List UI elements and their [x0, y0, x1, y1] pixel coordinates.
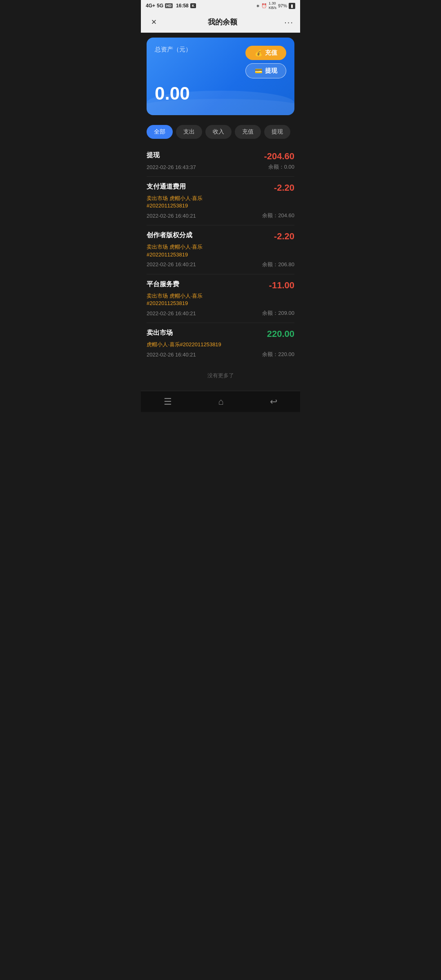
tx-date: 2022-02-26 16:43:37 — [147, 164, 196, 170]
tx-date: 2022-02-26 16:40:21 — [147, 352, 196, 358]
tx-title: 卖出市场 — [147, 329, 173, 337]
balance-card: 总资产（元） 💰 充值 💳 提现 0.00 — [147, 38, 294, 115]
tx-footer: 2022-02-26 16:43:37 余额：0.00 — [147, 163, 294, 171]
alarm-icon: ⏰ — [261, 3, 267, 9]
status-left: 4G+ 5G HD 16:58 K — [146, 3, 196, 9]
tx-title: 提现 — [147, 151, 160, 160]
recharge-button[interactable]: 💰 充值 — [245, 46, 286, 60]
tx-amount: -204.60 — [264, 151, 294, 162]
tx-subtitle: 虎帽小人·喜乐#2022011253819 — [147, 341, 294, 348]
withdraw-button[interactable]: 💳 提现 — [245, 63, 286, 78]
card-action-buttons: 💰 充值 💳 提现 — [245, 46, 286, 78]
back-icon: ↩ — [270, 396, 277, 407]
bottom-navigation: ☰ ⌂ ↩ — [141, 391, 300, 412]
battery-icon: ▮ — [289, 3, 295, 9]
hd-indicator: HD — [165, 3, 173, 8]
tx-header: 创作者版权分成 -2.20 — [147, 231, 294, 242]
table-row: 平台服务费 -11.00 卖出市场 虎帽小人·喜乐#2022011253819 … — [147, 274, 294, 323]
tx-header: 平台服务费 -11.00 — [147, 280, 294, 291]
balance-amount: 0.00 — [155, 83, 286, 104]
more-options-button[interactable]: ··· — [284, 18, 294, 27]
bluetooth-icon: ∗ — [256, 3, 260, 9]
tx-amount: -2.20 — [274, 231, 294, 242]
withdraw-label: 提现 — [265, 67, 277, 75]
tx-subtitle: 卖出市场 虎帽小人·喜乐#2022011253819 — [147, 243, 294, 258]
recharge-label: 充值 — [265, 49, 277, 57]
filter-tabs: 全部 支出 收入 充值 提现 — [141, 120, 300, 142]
bottom-nav-back[interactable]: ↩ — [262, 393, 285, 410]
filter-tab-recharge[interactable]: 充值 — [235, 125, 261, 139]
bottom-nav-home[interactable]: ⌂ — [210, 393, 232, 410]
tx-balance: 余额：204.60 — [262, 212, 294, 219]
menu-icon: ☰ — [164, 396, 172, 407]
tx-subtitle: 卖出市场 虎帽小人·喜乐#2022011253819 — [147, 292, 294, 307]
filter-tab-all[interactable]: 全部 — [147, 125, 173, 139]
tx-balance: 余额：220.00 — [262, 351, 294, 358]
tx-footer: 2022-02-26 16:40:21 余额：209.00 — [147, 310, 294, 317]
k-icon: K — [190, 3, 196, 8]
no-more-label: 没有更多了 — [141, 364, 300, 388]
close-button[interactable]: × — [147, 17, 160, 27]
status-bar: 4G+ 5G HD 16:58 K ∗ ⏰ 1.30KB/s 97% ▮ — [141, 0, 300, 11]
network-indicator: 4G+ — [146, 3, 155, 9]
tx-balance: 余额：209.00 — [262, 310, 294, 317]
filter-tab-income[interactable]: 收入 — [205, 125, 232, 139]
tx-footer: 2022-02-26 16:40:21 余额：206.80 — [147, 261, 294, 268]
tx-date: 2022-02-26 16:40:21 — [147, 310, 196, 316]
network-5g: 5G — [157, 3, 163, 9]
money-bag-icon: 💰 — [255, 49, 263, 57]
tx-amount: -11.00 — [269, 280, 294, 291]
time-display: 16:58 — [176, 3, 189, 9]
tx-header: 支付通道费用 -2.20 — [147, 183, 294, 193]
tx-title: 平台服务费 — [147, 280, 179, 289]
total-assets-label: 总资产（元） — [155, 46, 192, 53]
table-row: 提现 -204.60 2022-02-26 16:43:37 余额：0.00 — [147, 145, 294, 177]
tx-date: 2022-02-26 16:40:21 — [147, 213, 196, 219]
tx-header: 卖出市场 220.00 — [147, 329, 294, 339]
tx-header: 提现 -204.60 — [147, 151, 294, 162]
network-speed: 1.30KB/s — [269, 1, 276, 10]
status-right: ∗ ⏰ 1.30KB/s 97% ▮ — [256, 1, 295, 10]
tx-balance: 余额：206.80 — [262, 261, 294, 268]
filter-tab-expense[interactable]: 支出 — [176, 125, 202, 139]
tx-subtitle: 卖出市场 虎帽小人·喜乐#2022011253819 — [147, 195, 294, 209]
top-navigation: × 我的余额 ··· — [141, 11, 300, 33]
tx-footer: 2022-02-26 16:40:21 余额：204.60 — [147, 212, 294, 219]
tx-title: 创作者版权分成 — [147, 231, 192, 240]
bottom-nav-menu[interactable]: ☰ — [156, 393, 180, 410]
transaction-list: 提现 -204.60 2022-02-26 16:43:37 余额：0.00 支… — [141, 142, 300, 364]
page-title: 我的余额 — [208, 17, 237, 27]
table-row: 创作者版权分成 -2.20 卖出市场 虎帽小人·喜乐#2022011253819… — [147, 225, 294, 274]
card-top: 总资产（元） 💰 充值 💳 提现 — [155, 46, 286, 78]
tx-date: 2022-02-26 16:40:21 — [147, 261, 196, 267]
tx-footer: 2022-02-26 16:40:21 余额：220.00 — [147, 351, 294, 358]
table-row: 卖出市场 220.00 虎帽小人·喜乐#2022011253819 2022-0… — [147, 323, 294, 364]
tx-balance: 余额：0.00 — [268, 163, 294, 171]
tx-amount: -2.20 — [274, 183, 294, 193]
tx-title: 支付通道费用 — [147, 183, 186, 191]
tx-amount: 220.00 — [267, 329, 294, 339]
filter-tab-withdraw[interactable]: 提现 — [264, 125, 290, 139]
home-icon: ⌂ — [218, 396, 223, 407]
table-row: 支付通道费用 -2.20 卖出市场 虎帽小人·喜乐#2022011253819 … — [147, 177, 294, 225]
battery-percentage: 97% — [278, 3, 287, 8]
wallet-icon: 💳 — [255, 67, 263, 75]
